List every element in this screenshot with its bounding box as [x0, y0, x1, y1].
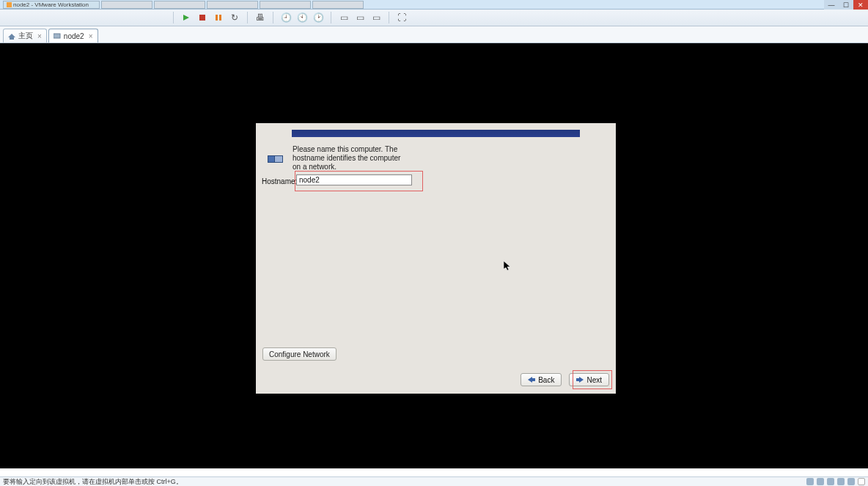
separator: [247, 12, 248, 23]
tray-icon[interactable]: [827, 478, 834, 485]
svg-rect-7: [532, 378, 535, 381]
close-icon[interactable]: ×: [89, 32, 93, 40]
svg-rect-1: [199, 15, 205, 21]
arrow-left-icon: [528, 377, 535, 383]
tray-icon[interactable]: [858, 478, 865, 485]
status-tray: [806, 478, 865, 485]
snapshot-button[interactable]: 🖶: [254, 12, 266, 23]
separator: [273, 12, 273, 23]
svg-marker-0: [183, 15, 189, 21]
mouse-cursor: [504, 261, 511, 271]
separator: [173, 12, 174, 23]
svg-rect-9: [576, 378, 580, 381]
svg-rect-5: [54, 34, 60, 38]
toolbar-row: ↻ 🖶 🕘 🕙 🕑 ▭ ▭ ▭ ⛶: [0, 10, 868, 26]
vm-icon: [54, 32, 61, 40]
arrow-right-icon: [576, 377, 584, 383]
hostname-label: Hostname:: [262, 177, 297, 185]
document-tab-row: 主页 × node2 ×: [0, 26, 868, 43]
reset-button[interactable]: ↻: [229, 12, 240, 23]
separator: [331, 12, 331, 23]
svg-marker-4: [8, 34, 15, 40]
back-button[interactable]: Back: [521, 373, 562, 386]
fullscreen-button[interactable]: ⛶: [396, 12, 408, 23]
computer-icon: [268, 152, 285, 167]
status-bar: 要将输入定向到该虚拟机，请在虚拟机内部单击或按 Ctrl+G。: [0, 476, 868, 486]
tab-home[interactable]: 主页 ×: [3, 29, 47, 43]
installer-message: Please name this computer. The hostname …: [293, 145, 410, 172]
pause-button[interactable]: [213, 12, 224, 23]
view-multimon-icon[interactable]: ▭: [354, 12, 366, 23]
tray-icon[interactable]: [806, 478, 814, 485]
tray-icon[interactable]: [847, 478, 855, 485]
tray-icon[interactable]: [817, 478, 824, 485]
installer-banner: [292, 130, 580, 137]
separator: [389, 12, 389, 23]
power-on-button[interactable]: [180, 12, 192, 23]
status-hint: 要将输入定向到该虚拟机，请在虚拟机内部单击或按 Ctrl+G。: [3, 477, 183, 487]
home-icon: [8, 33, 15, 39]
configure-network-button[interactable]: Configure Network: [262, 347, 336, 361]
view-console-icon[interactable]: ▭: [338, 12, 350, 23]
svg-rect-2: [216, 15, 218, 21]
close-icon[interactable]: ×: [37, 32, 42, 40]
view-unity-icon[interactable]: ▭: [370, 12, 382, 23]
snapshot-revert-icon[interactable]: 🕙: [296, 12, 308, 23]
next-button-label: Next: [586, 376, 602, 384]
next-button[interactable]: Next: [569, 373, 609, 386]
power-off-button[interactable]: [196, 12, 208, 23]
hostname-input[interactable]: [296, 174, 412, 185]
tab-node2[interactable]: node2 ×: [48, 29, 98, 43]
svg-marker-10: [504, 261, 510, 270]
snapshot-manage-icon[interactable]: 🕑: [312, 12, 324, 23]
snapshot-take-icon[interactable]: 🕘: [280, 12, 292, 23]
installer-dialog: Please name this computer. The hostname …: [256, 123, 616, 394]
svg-rect-3: [219, 15, 221, 21]
tab-home-label: 主页: [18, 31, 33, 41]
back-button-label: Back: [538, 376, 554, 384]
vm-console[interactable]: Please name this computer. The hostname …: [0, 43, 868, 468]
tray-icon[interactable]: [837, 478, 845, 485]
tab-node2-label: node2: [64, 32, 84, 40]
nav-buttons: Back Next: [521, 373, 609, 386]
